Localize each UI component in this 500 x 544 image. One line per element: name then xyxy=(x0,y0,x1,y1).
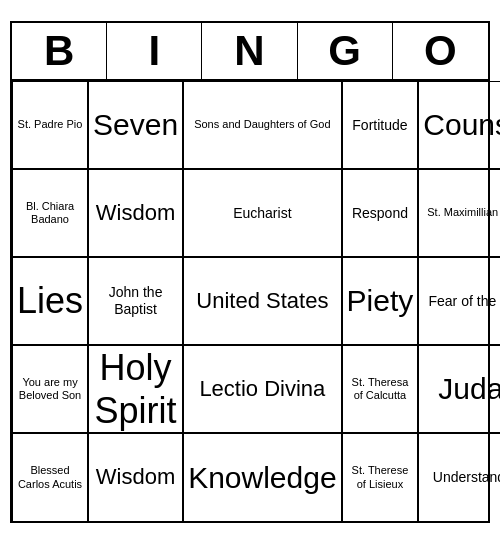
header-letter: B xyxy=(12,23,107,79)
cell-text: Judas xyxy=(438,371,500,407)
bingo-cell: Wisdom xyxy=(88,433,183,521)
cell-text: Respond xyxy=(352,205,408,222)
bingo-cell: Bl. Chiara Badano xyxy=(12,169,88,257)
cell-text: Sons and Daughters of God xyxy=(194,118,330,131)
cell-text: St. Padre Pio xyxy=(18,118,83,131)
bingo-cell: Seven xyxy=(88,81,183,169)
bingo-cell: St. Theresa of Calcutta xyxy=(342,345,419,433)
cell-text: Lies xyxy=(17,279,83,322)
cell-text: Blessed Carlos Acutis xyxy=(17,464,83,490)
cell-text: Fortitude xyxy=(352,117,407,134)
bingo-cell: Fear of the Lord xyxy=(418,257,500,345)
cell-text: St. Therese of Lisieux xyxy=(347,464,414,490)
cell-text: Piety xyxy=(347,283,414,319)
header-letter: G xyxy=(298,23,393,79)
header-letter: O xyxy=(393,23,488,79)
cell-text: Seven xyxy=(93,107,178,143)
bingo-header: BINGO xyxy=(12,23,488,81)
cell-text: St. Maximillian Kolbe xyxy=(427,206,500,219)
cell-text: Holy Spirit xyxy=(93,346,178,432)
bingo-cell: United States xyxy=(183,257,341,345)
bingo-cell: Wisdom xyxy=(88,169,183,257)
bingo-cell: Eucharist xyxy=(183,169,341,257)
header-letter: N xyxy=(202,23,297,79)
bingo-grid: St. Padre PioSevenSons and Daughters of … xyxy=(12,81,488,521)
cell-text: Fear of the Lord xyxy=(429,293,501,310)
header-letter: I xyxy=(107,23,202,79)
cell-text: Eucharist xyxy=(233,205,291,222)
cell-text: Understanding xyxy=(433,469,500,486)
cell-text: United States xyxy=(196,288,328,314)
bingo-cell: John the Baptist xyxy=(88,257,183,345)
cell-text: Wisdom xyxy=(96,464,175,490)
bingo-cell: Fortitude xyxy=(342,81,419,169)
cell-text: Bl. Chiara Badano xyxy=(17,200,83,226)
bingo-cell: Holy Spirit xyxy=(88,345,183,433)
bingo-cell: St. Maximillian Kolbe xyxy=(418,169,500,257)
cell-text: Lectio Divina xyxy=(199,376,325,402)
cell-text: John the Baptist xyxy=(93,284,178,318)
bingo-cell: Judas xyxy=(418,345,500,433)
cell-text: St. Theresa of Calcutta xyxy=(347,376,414,402)
bingo-cell: St. Padre Pio xyxy=(12,81,88,169)
bingo-cell: St. Therese of Lisieux xyxy=(342,433,419,521)
bingo-cell: Understanding xyxy=(418,433,500,521)
bingo-cell: Respond xyxy=(342,169,419,257)
cell-text: Wisdom xyxy=(96,200,175,226)
bingo-card: BINGO St. Padre PioSevenSons and Daughte… xyxy=(10,21,490,523)
bingo-cell: Knowledge xyxy=(183,433,341,521)
bingo-cell: Lectio Divina xyxy=(183,345,341,433)
bingo-cell: Counsel xyxy=(418,81,500,169)
cell-text: Knowledge xyxy=(188,460,336,496)
bingo-cell: Piety xyxy=(342,257,419,345)
bingo-cell: Blessed Carlos Acutis xyxy=(12,433,88,521)
cell-text: Counsel xyxy=(423,107,500,143)
bingo-cell: Lies xyxy=(12,257,88,345)
bingo-cell: Sons and Daughters of God xyxy=(183,81,341,169)
bingo-cell: You are my Beloved Son xyxy=(12,345,88,433)
cell-text: You are my Beloved Son xyxy=(17,376,83,402)
